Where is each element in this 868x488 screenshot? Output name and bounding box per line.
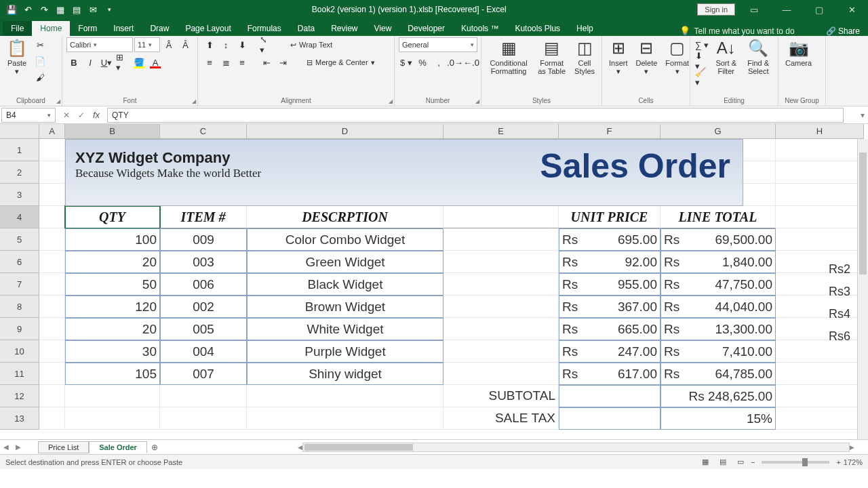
cell[interactable] [776, 273, 864, 296]
row-header-8[interactable]: 8 [0, 296, 39, 318]
row-header-3[interactable]: 3 [0, 184, 39, 206]
subtotal-value[interactable]: Rs 248,625.00 [660, 385, 776, 407]
header-item[interactable]: ITEM # [160, 206, 247, 228]
save-icon[interactable]: 💾 [4, 2, 19, 17]
cell-line-total[interactable]: Rs1,840.00 [660, 251, 776, 273]
cell-unit-price[interactable]: Rs367.00 [559, 296, 660, 318]
increase-font-icon[interactable]: Â [161, 37, 176, 52]
font-launcher-icon[interactable]: ◢ [192, 98, 196, 104]
format-as-table-button[interactable]: ▤Format as Table [534, 37, 569, 77]
row-header-2[interactable]: 2 [0, 161, 39, 184]
overflow-cell[interactable]: Rs3 [829, 285, 850, 299]
tab-formulas[interactable]: Formulas [239, 21, 290, 36]
fill-color-button[interactable]: 🪣 [132, 55, 146, 70]
cell-unit-price[interactable]: Rs617.00 [559, 363, 660, 385]
autosum-icon[interactable]: ∑ ▾ [694, 37, 709, 52]
bold-button[interactable]: B [66, 55, 81, 70]
decrease-font-icon[interactable]: Ǎ [178, 37, 193, 52]
cell[interactable] [443, 251, 559, 273]
page-break-view-icon[interactable]: ▭ [733, 456, 748, 468]
cell[interactable] [39, 296, 65, 318]
align-left-icon[interactable]: ≡ [202, 55, 217, 70]
cell-unit-price[interactable]: Rs92.00 [559, 251, 660, 273]
font-name-combo[interactable]: Calibri▾ [66, 37, 133, 52]
row-header-1[interactable]: 1 [0, 139, 39, 161]
cell-qty[interactable]: 120 [65, 296, 160, 318]
cell-item[interactable]: 007 [160, 363, 247, 385]
cell[interactable] [443, 318, 559, 340]
row-header-13[interactable]: 13 [0, 407, 39, 430]
normal-view-icon[interactable]: ▦ [698, 456, 713, 468]
tab-form[interactable]: Form [70, 21, 105, 36]
cell-description[interactable]: Purple Widget [247, 340, 443, 363]
cell[interactable] [776, 318, 864, 340]
sheet-nav-prev-icon[interactable]: ◀ [0, 443, 12, 451]
enter-formula-icon[interactable]: ✓ [75, 108, 88, 122]
cell-description[interactable]: Brown Widget [247, 296, 443, 318]
cell[interactable] [65, 407, 160, 430]
cell[interactable] [39, 251, 65, 273]
maximize-icon[interactable]: ▢ [806, 1, 833, 18]
cell[interactable] [39, 228, 65, 251]
redo-icon[interactable]: ↷ [37, 2, 52, 17]
cell-qty[interactable]: 100 [65, 228, 160, 251]
cell-unit-price[interactable]: Rs665.00 [559, 318, 660, 340]
border-button[interactable]: ⊞ ▾ [115, 55, 130, 70]
cell[interactable] [776, 139, 864, 161]
fx-icon[interactable]: fx [90, 108, 103, 122]
vertical-scrollbar[interactable] [857, 139, 868, 439]
close-icon[interactable]: ✕ [838, 1, 865, 18]
cell[interactable] [443, 228, 559, 251]
cell[interactable] [776, 340, 864, 363]
tab-help[interactable]: Help [568, 21, 601, 36]
cell-qty[interactable]: 20 [65, 251, 160, 273]
cell[interactable] [443, 206, 559, 228]
tab-kutools[interactable]: Kutools ™ [453, 21, 507, 36]
cut-icon[interactable]: ✂ [33, 37, 47, 52]
align-right-icon[interactable]: ≡ [235, 55, 250, 70]
cell-line-total[interactable]: Rs7,410.00 [660, 340, 776, 363]
cell-item[interactable]: 004 [160, 340, 247, 363]
cell[interactable] [776, 363, 864, 385]
tab-view[interactable]: View [366, 21, 400, 36]
conditional-formatting-button[interactable]: ▦Conditional Formatting [486, 37, 532, 77]
tab-page-layout[interactable]: Page Layout [177, 21, 239, 36]
cell-description[interactable]: White Widget [247, 318, 443, 340]
cell-unit-price[interactable]: Rs695.00 [559, 228, 660, 251]
copy-icon[interactable]: 📄 [33, 54, 47, 68]
cell[interactable] [443, 363, 559, 385]
align-top-icon[interactable]: ⬆ [202, 37, 217, 52]
select-all-button[interactable] [0, 124, 39, 139]
cell-item[interactable]: 002 [160, 296, 247, 318]
header-qty[interactable]: QTY [65, 206, 160, 228]
cell[interactable] [39, 340, 65, 363]
number-launcher-icon[interactable]: ◢ [475, 98, 479, 104]
sheet-tab-price-list[interactable]: Price List [38, 441, 89, 453]
column-header-E[interactable]: E [443, 124, 559, 139]
name-box[interactable]: B4▾ [1, 108, 56, 123]
cell-unit-price[interactable]: Rs955.00 [559, 273, 660, 296]
sort-filter-button[interactable]: A↓Sort & Filter [712, 37, 740, 77]
cell[interactable] [39, 318, 65, 340]
header-unit-price[interactable]: UNIT PRICE [559, 206, 660, 228]
decrease-decimal-icon[interactable]: ←.0 [464, 55, 479, 70]
cell[interactable] [247, 385, 443, 407]
cell[interactable] [443, 296, 559, 318]
cell-description[interactable]: Shiny widget [247, 363, 443, 385]
column-header-F[interactable]: F [559, 124, 660, 139]
cell-line-total[interactable]: Rs44,040.00 [660, 296, 776, 318]
cell[interactable] [39, 363, 65, 385]
cell-item[interactable]: 003 [160, 251, 247, 273]
header-description[interactable]: DESCRPTION [247, 206, 443, 228]
qat-table-icon[interactable]: ▤ [69, 2, 84, 17]
cell-line-total[interactable]: Rs47,750.00 [660, 273, 776, 296]
format-painter-icon[interactable]: 🖌 [33, 70, 47, 85]
column-header-D[interactable]: D [247, 124, 443, 139]
row-header-12[interactable]: 12 [0, 385, 39, 407]
paste-button[interactable]: 📋Paste▾ [4, 37, 30, 77]
cell[interactable] [559, 385, 660, 407]
qat-mail-icon[interactable]: ✉ [85, 2, 100, 17]
wrap-text-button[interactable]: ↩Wrap Text [286, 37, 336, 52]
cell-qty[interactable]: 50 [65, 273, 160, 296]
cell[interactable] [39, 139, 65, 161]
